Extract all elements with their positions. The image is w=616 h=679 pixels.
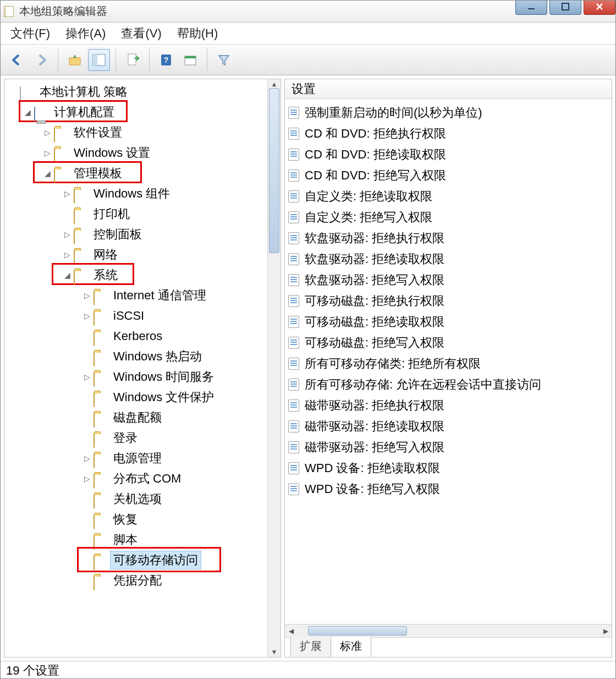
policy-icon — [288, 295, 299, 307]
folder-icon — [94, 576, 106, 585]
list-item[interactable]: 可移动磁盘: 拒绝读取权限 — [288, 311, 608, 332]
folder-icon — [94, 433, 106, 443]
list-item[interactable]: 磁带驱动器: 拒绝读取权限 — [288, 416, 608, 437]
help-button[interactable]: ? — [155, 49, 177, 71]
tree-cred-delegation[interactable]: 凭据分配 — [7, 570, 267, 590]
menu-action[interactable]: 操作(A) — [65, 25, 106, 42]
list-item[interactable]: 磁带驱动器: 拒绝执行权限 — [288, 395, 608, 416]
tab-standard[interactable]: 标准 — [331, 636, 371, 657]
tree-software-settings[interactable]: ▷ 软件设置 — [7, 122, 267, 143]
list-item[interactable]: 自定义类: 拒绝读取权限 — [288, 186, 608, 207]
list-item[interactable]: 可移动磁盘: 拒绝执行权限 — [288, 291, 608, 311]
menu-view[interactable]: 查看(V) — [121, 25, 161, 42]
expand-icon[interactable]: ▷ — [63, 230, 72, 239]
list-item[interactable]: 所有可移动存储: 允许在远程会话中直接访问 — [288, 374, 608, 395]
expand-icon[interactable]: ▷ — [63, 250, 72, 259]
scroll-thumb[interactable] — [269, 88, 279, 253]
expand-icon[interactable]: ▷ — [82, 454, 91, 463]
list-item-label: 所有可移动存储类: 拒绝所有权限 — [305, 355, 481, 372]
properties-button[interactable] — [179, 49, 201, 71]
policy-icon — [288, 211, 299, 223]
tree-logon[interactable]: 登录 — [7, 428, 267, 448]
expand-icon[interactable]: ▷ — [82, 291, 91, 300]
maximize-button[interactable] — [549, 0, 581, 15]
tree-iscsi[interactable]: ▷iSCSI — [7, 305, 267, 326]
tree-label: Kerberos — [110, 328, 166, 344]
folder-icon — [54, 168, 66, 178]
expand-icon[interactable]: ▷ — [82, 311, 91, 320]
tree-windows-time[interactable]: ▷Windows 时间服务 — [7, 366, 267, 387]
tree-control-panel[interactable]: ▷控制面板 — [7, 224, 267, 244]
export-button[interactable] — [122, 49, 144, 71]
expand-icon[interactable]: ▷ — [82, 474, 91, 483]
list-item[interactable]: 可移动磁盘: 拒绝写入权限 — [288, 332, 608, 353]
svg-rect-4 — [93, 54, 97, 65]
list-item[interactable]: 强制重新启动的时间(以秒为单位) — [288, 102, 608, 123]
tree-power[interactable]: ▷电源管理 — [7, 448, 267, 468]
policy-icon — [288, 337, 299, 349]
tree-printers[interactable]: 打印机 — [7, 204, 267, 224]
list-item[interactable]: 自定义类: 拒绝写入权限 — [288, 207, 608, 228]
tree-windows-hotstart[interactable]: Windows 热启动 — [7, 346, 267, 366]
scroll-left-icon[interactable]: ◀ — [285, 627, 297, 635]
tree-recovery[interactable]: 恢复 — [7, 509, 267, 529]
tree-root[interactable]: 本地计算机 策略 — [7, 81, 267, 102]
tree-label: Internet 通信管理 — [110, 286, 210, 305]
folder-icon — [94, 514, 106, 524]
scroll-right-icon[interactable]: ▶ — [600, 627, 612, 635]
tree-network[interactable]: ▷网络 — [7, 244, 267, 265]
tree-windows-components[interactable]: ▷Windows 组件 — [7, 183, 267, 204]
list-item[interactable]: 所有可移动存储类: 拒绝所有权限 — [288, 353, 608, 374]
list-item[interactable]: 软盘驱动器: 拒绝执行权限 — [288, 228, 608, 249]
tree-removable-storage[interactable]: 可移动存储访问 — [7, 550, 267, 570]
forward-button[interactable] — [30, 49, 52, 71]
list-hscrollbar[interactable]: ◀ ▶ — [285, 624, 612, 637]
expand-icon[interactable]: ▷ — [82, 373, 91, 381]
policy-icon — [288, 441, 299, 453]
minimize-button[interactable] — [515, 0, 547, 15]
list-item[interactable]: WPD 设备: 拒绝写入权限 — [288, 479, 608, 500]
scroll-down-icon[interactable]: ▼ — [268, 647, 280, 657]
tree-system[interactable]: ◢系统 — [7, 265, 267, 285]
tree-dcom[interactable]: ▷分布式 COM — [7, 468, 267, 489]
tree-label: Windows 组件 — [90, 184, 173, 203]
list-header[interactable]: 设置 — [285, 79, 612, 99]
expand-icon[interactable]: ▷ — [43, 128, 52, 137]
close-button[interactable] — [584, 0, 615, 15]
list-item-label: 软盘驱动器: 拒绝读取权限 — [305, 251, 444, 267]
filter-button[interactable] — [213, 49, 235, 71]
tree-disk-quota[interactable]: 磁盘配额 — [7, 407, 267, 428]
list-item-label: CD 和 DVD: 拒绝读取权限 — [305, 146, 446, 163]
app-icon — [4, 6, 14, 17]
menu-help[interactable]: 帮助(H) — [177, 25, 218, 42]
tree-scrollbar[interactable]: ▲ ▼ — [267, 79, 280, 657]
list-item[interactable]: CD 和 DVD: 拒绝执行权限 — [288, 123, 608, 144]
list-item-label: 可移动磁盘: 拒绝执行权限 — [305, 293, 444, 309]
tree-computer-config[interactable]: ◢ 计算机配置 — [7, 102, 267, 122]
tree-windows-settings[interactable]: ▷ Windows 设置 — [7, 143, 267, 163]
window-title: 本地组策略编辑器 — [19, 4, 107, 19]
status-text: 19 个设置 — [6, 662, 59, 679]
list-item[interactable]: CD 和 DVD: 拒绝读取权限 — [288, 144, 608, 165]
expand-icon[interactable]: ▷ — [63, 189, 72, 198]
tree-shutdown-options[interactable]: 关机选项 — [7, 489, 267, 509]
tree-label: iSCSI — [110, 308, 147, 324]
back-button[interactable] — [6, 49, 28, 71]
list-item[interactable]: 软盘驱动器: 拒绝读取权限 — [288, 249, 608, 270]
expand-icon[interactable]: ▷ — [43, 149, 52, 157]
list-item[interactable]: WPD 设备: 拒绝读取权限 — [288, 458, 608, 479]
scroll-thumb[interactable] — [308, 626, 407, 636]
list-item[interactable]: 软盘驱动器: 拒绝写入权限 — [288, 270, 608, 291]
tab-extended[interactable]: 扩展 — [290, 636, 331, 657]
list-item-label: 软盘驱动器: 拒绝写入权限 — [305, 272, 444, 288]
tree-internet-comm[interactable]: ▷Internet 通信管理 — [7, 285, 267, 305]
show-hide-tree-button[interactable] — [88, 49, 110, 71]
tree-file-protection[interactable]: Windows 文件保护 — [7, 387, 267, 407]
tree-kerberos[interactable]: Kerberos — [7, 326, 267, 346]
up-button[interactable] — [64, 49, 86, 71]
menu-file[interactable]: 文件(F) — [10, 25, 50, 42]
list-item[interactable]: CD 和 DVD: 拒绝写入权限 — [288, 165, 608, 186]
tree-label: Windows 时间服务 — [110, 368, 217, 386]
tree-admin-templates[interactable]: ◢ 管理模板 — [7, 163, 267, 183]
list-item[interactable]: 磁带驱动器: 拒绝写入权限 — [288, 437, 608, 458]
